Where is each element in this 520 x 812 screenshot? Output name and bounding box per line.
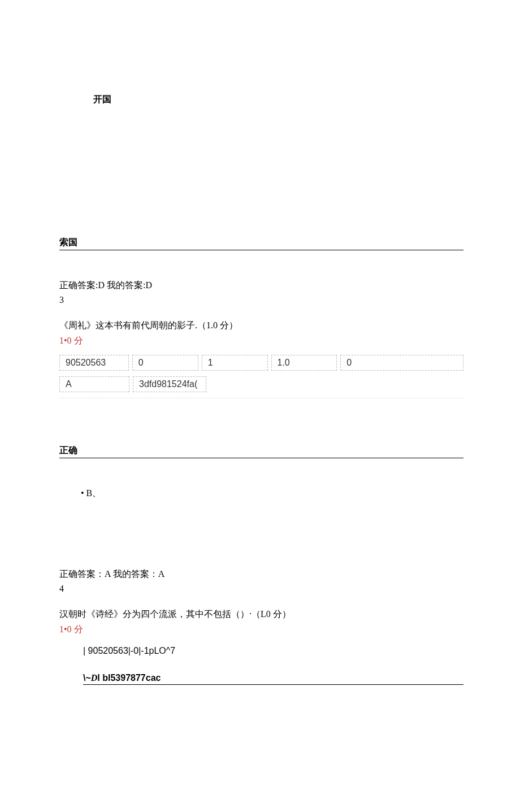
option-b: • B、 [59,488,463,500]
document-page: 开国 索国 正确答案:D 我的答案:D 3 《周礼》这本书有前代周朝的影子.（1… [0,0,520,685]
spacer [59,503,463,565]
question-number-3: 3 [59,295,463,305]
question-4-score: 1•0 分 [59,624,463,636]
option-suoguo: 索国 [59,237,463,250]
cell-2-1: A [59,376,129,392]
q4-line2-post: l bl5397877cac [97,673,161,683]
spacer [59,462,463,484]
q4-data-line-1: | 90520563|-0|-1pLO^7 [59,646,463,656]
cell-1-1: 90520563 [59,355,129,371]
cell-1-4: 1.0 [271,355,337,371]
spacer [59,597,463,605]
spacer [59,254,463,276]
data-row-1: 90520563 0 1 1.0 0 [59,355,463,371]
question-3-stem: 《周礼》这本书有前代周朝的影子.（1.0 分） [59,320,463,332]
q4-data-line-2: \~Dl bl5397877cac [83,673,463,685]
cell-1-5: 0 [340,355,463,371]
option-kaiguo: 开国 [59,94,463,106]
cell-1-2: 0 [132,355,198,371]
answer-line-q2: 正确答案:D 我的答案:D [59,280,463,292]
answer-line-q3: 正确答案：A 我的答案：A [59,568,463,580]
cell-2-2: 3dfd981524fa( [133,376,206,392]
cell-1-3: 1 [202,355,268,371]
divider [59,398,463,398]
spacer [59,309,463,316]
spacer [59,639,463,642]
top-spacer [59,0,463,90]
question-4-stem: 汉朝时《诗经》分为四个流派，其中不包括（）·（L0 分） [59,609,463,620]
question-3-score: 1•0 分 [59,335,463,347]
q4-line2-d: D [91,673,98,683]
spacer [59,659,463,670]
question-number-4: 4 [59,584,463,594]
data-row-2: A 3dfd981524fa( [59,376,463,392]
spacer [59,421,463,441]
option-correct: 正确 [59,445,463,458]
spacer [59,109,463,233]
q4-line2-pre: \~ [83,673,91,683]
